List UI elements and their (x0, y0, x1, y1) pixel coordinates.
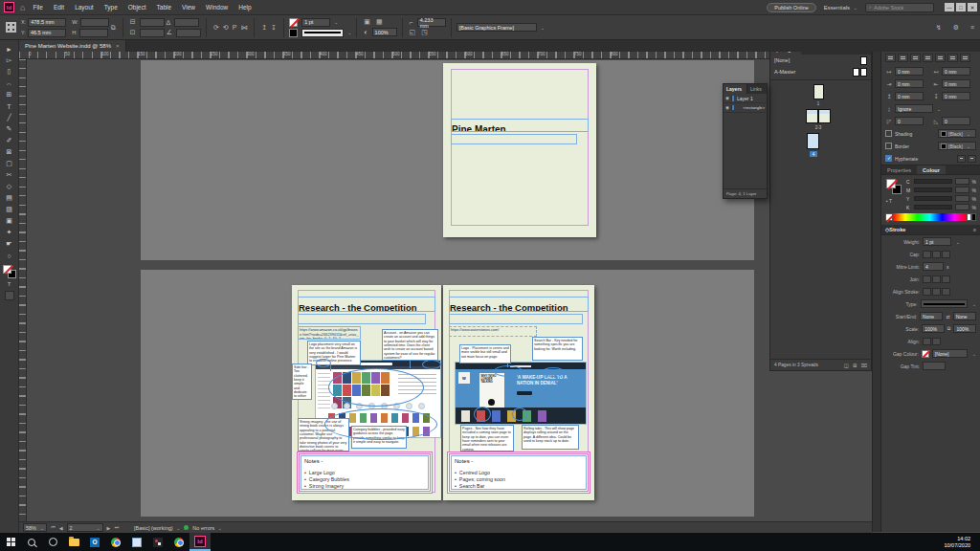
selection-tool[interactable]: ► (2, 43, 17, 55)
page-3-thumbnail[interactable] (818, 109, 831, 123)
swap-icon[interactable]: ⇄ (946, 314, 949, 320)
start-button[interactable] (0, 533, 21, 551)
rotate-ccw-icon[interactable]: ⟲ (223, 24, 229, 32)
notes-box[interactable]: Notes - Centred LogoPages; coming soonSe… (447, 452, 590, 494)
link-icon[interactable]: ⧉ (947, 325, 951, 332)
select-container-icon[interactable]: ↥ (261, 24, 267, 32)
heading-text-frame[interactable]: Research - the Competition (449, 297, 589, 312)
align-to-grid-select[interactable]: Ignore (895, 104, 933, 113)
scale-x-field[interactable] (140, 18, 165, 27)
prev-page-button[interactable]: ◀ (59, 525, 63, 531)
drop-shadow-icon[interactable]: ▦ (376, 18, 383, 26)
master-a-row[interactable]: A-Master (770, 66, 871, 77)
rotation-angle-field[interactable] (174, 18, 199, 27)
scale-y-field[interactable] (140, 29, 165, 37)
home-icon[interactable]: ⌂ (20, 3, 25, 12)
flip-horizontal-icon[interactable]: P (233, 24, 237, 31)
layer-object-row[interactable]: ◉ <rectangle> (724, 103, 767, 113)
stroke-style-select[interactable] (301, 29, 344, 37)
annotation-account[interactable]: Account - on Amazon you can create an ac… (382, 329, 438, 361)
page-4-thumbnail[interactable] (807, 133, 819, 149)
height-field[interactable] (79, 29, 108, 37)
visibility-eye-icon[interactable]: ◉ (724, 96, 732, 100)
stroke-weight-field[interactable]: 1 pt (923, 237, 951, 246)
justify-left-button[interactable] (923, 54, 933, 62)
note-tool[interactable]: ▣ (2, 215, 17, 227)
quick-actions-icon[interactable]: ↯ (936, 24, 942, 32)
search-icon[interactable] (21, 533, 42, 551)
visibility-eye-icon[interactable]: ◉ (724, 105, 732, 110)
page-2-thumbnail[interactable] (806, 109, 818, 123)
tab-layers[interactable]: Layers (724, 84, 746, 94)
new-page-icon[interactable]: ⊞ (853, 363, 858, 368)
dropcap-chars-field[interactable]: 0 (942, 117, 970, 125)
eyedropper-tool[interactable]: ✦ (2, 227, 17, 238)
fill-none-swatch[interactable] (886, 179, 896, 188)
last-line-indent-field[interactable]: 0 mm (942, 79, 970, 88)
chrome-icon[interactable] (105, 533, 126, 551)
zoom-tool[interactable]: ○ (2, 250, 17, 261)
cortana-icon[interactable] (42, 533, 63, 551)
menu-item[interactable]: File (33, 4, 42, 11)
stroke-type-select[interactable] (921, 299, 968, 308)
layer-row[interactable]: ◉ Layer 1 (724, 94, 767, 103)
notes-box[interactable]: Notes - Large LogoCategory BubblesStrong… (297, 452, 433, 494)
line-tool[interactable]: ╱ (2, 112, 17, 123)
container-icon[interactable]: ▪ (886, 198, 888, 204)
annotation-search[interactable]: Search Bar - Key needed for something sp… (532, 337, 583, 361)
pencil-tool[interactable]: ✐ (2, 135, 17, 146)
fill-stroke-proxy[interactable] (3, 265, 16, 278)
channel-value-field[interactable] (955, 187, 969, 193)
file-explorer-icon[interactable] (63, 533, 84, 551)
fill-colour-swatch[interactable] (289, 29, 298, 37)
subtitle-text-frame[interactable]: Waterstones (449, 314, 583, 324)
url-text-frame[interactable]: https://www.amazon.co.uk/gp/browse.html?… (298, 326, 361, 340)
channel-value-field[interactable] (955, 195, 969, 202)
right-indent-field[interactable]: 0 mm (942, 67, 970, 76)
scale-start-field[interactable]: 100% (922, 324, 945, 333)
outlook-icon[interactable]: O (84, 533, 105, 551)
menu-item[interactable]: View (182, 4, 195, 11)
align-center-button[interactable] (898, 54, 908, 62)
direct-selection-tool[interactable]: ▻ (2, 55, 17, 66)
subtitle-text-frame[interactable]: Website (451, 134, 577, 144)
border-checkbox[interactable] (885, 143, 892, 149)
fit-frame-icon[interactable]: ◳ (421, 29, 428, 36)
spectrum-black-swatch[interactable] (971, 213, 976, 221)
justify-right-button[interactable] (947, 54, 958, 62)
menu-item[interactable]: Window (206, 4, 228, 11)
workspace-switcher[interactable]: Essentials ⌄ (824, 5, 858, 11)
ragged-lines-button[interactable] (968, 155, 976, 163)
rotate-cw-icon[interactable]: ⟳ (213, 24, 219, 32)
last-page-button[interactable]: ⏭ (114, 524, 119, 531)
end-select[interactable]: None (953, 312, 976, 320)
menu-item[interactable]: Layout (75, 4, 94, 11)
corner-radius-field[interactable]: 4.233 mm (417, 18, 446, 27)
join-buttons[interactable] (923, 276, 950, 283)
media-app-icon[interactable] (147, 533, 168, 551)
content-collector-tool[interactable]: ⊞ (2, 89, 17, 100)
gap-colour-select[interactable]: [None] (932, 349, 968, 358)
panel-menu-icon[interactable]: ≡ (970, 24, 974, 31)
annotation-logo[interactable]: Logo - Placement is centre and more visi… (459, 344, 511, 364)
screen-mode-button[interactable] (5, 291, 14, 300)
border-colour-select[interactable]: [Black]⌄ (938, 142, 976, 150)
object-style-select[interactable]: [Basic Graphics Frame] (457, 23, 537, 32)
gap-colour-swatch[interactable] (922, 350, 929, 358)
menu-item[interactable]: Edit (54, 4, 64, 11)
flip-vertical-icon[interactable]: ⋈ (240, 24, 247, 32)
y-position-field[interactable]: 46.5 mm (28, 29, 66, 37)
cap-buttons[interactable] (923, 251, 950, 258)
page-tool[interactable]: ▯ (2, 66, 17, 77)
stock-search-input[interactable]: ⌕Adobe Stock (865, 3, 934, 12)
dropcap-lines-field[interactable]: 0 (895, 117, 924, 125)
scale-end-field[interactable]: 100% (953, 324, 976, 333)
scissors-tool[interactable]: ✂ (2, 169, 17, 181)
minimize-button[interactable]: — (945, 3, 954, 11)
align-right-button[interactable] (910, 54, 921, 62)
balance-lines-button[interactable] (957, 155, 966, 163)
start-select[interactable]: None (920, 312, 943, 320)
heading-text-frame[interactable]: Research - the Competition (298, 297, 435, 312)
close-tab-icon[interactable]: × (116, 43, 120, 49)
next-page-button[interactable]: ▶ (107, 525, 111, 531)
